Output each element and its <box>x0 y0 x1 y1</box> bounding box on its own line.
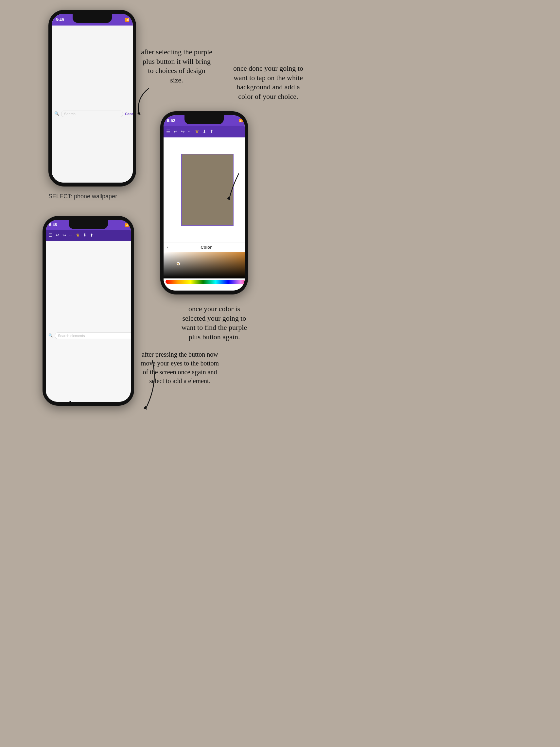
download-icon[interactable]: ⬇ <box>203 129 206 134</box>
page: 6:48 📶 🔋 🔍 Search Cancel + Custom size S… <box>0 0 560 747</box>
svg-marker-17 <box>67 401 71 404</box>
phone3-redo-icon[interactable]: ↪ <box>62 233 66 238</box>
color-close-icon[interactable]: ✕ <box>244 244 245 250</box>
select-label: SELECT: phone wallpaper <box>48 193 117 200</box>
arrow1-svg <box>129 85 159 118</box>
phone2-toolbar: ☰ ↩ ↪ ··· ♛ ⬇ ⬆ <box>164 126 245 137</box>
phone3-frame: 6:48 📶 🔋 ☰ ↩ ↪ ··· ♛ ⬇ ⬆ 🔍 Search elemen… <box>43 216 134 406</box>
svg-marker-0 <box>137 111 141 115</box>
color-picker-dot[interactable] <box>177 262 180 265</box>
phone1-notch <box>73 14 112 23</box>
search-icon: 🔍 <box>54 111 59 116</box>
phone1-status-icons: 📶 🔋 <box>125 18 133 22</box>
phone3-share-icon[interactable]: ⬆ <box>90 233 94 238</box>
battery-icon3: 🔋 <box>130 223 131 227</box>
color-hex-row: #938676 ✏ <box>164 285 245 290</box>
wifi-icon: 📶 <box>125 18 130 22</box>
phone3-status-icons: 📶 🔋 <box>125 223 131 227</box>
battery-icon2: 🔋 <box>244 119 245 122</box>
phone3-search-bar[interactable]: 🔍 Search elements <box>46 241 131 402</box>
wifi-icon3: 📶 <box>125 223 129 227</box>
color-hue-bar[interactable] <box>165 280 245 284</box>
phone3-undo-icon[interactable]: ↩ <box>56 233 59 238</box>
phone1-screen: 6:48 📶 🔋 🔍 Search Cancel + Custom size S… <box>52 14 133 183</box>
phone2-frame: 6:52 📶 🔋 ☰ ↩ ↪ ··· ♛ ⬇ ⬆ ‹ <box>160 111 248 294</box>
phone2-screen: 6:52 📶 🔋 ☰ ↩ ↪ ··· ♛ ⬇ ⬆ ‹ <box>164 115 245 290</box>
undo-icon[interactable]: ↩ <box>174 129 178 134</box>
annotation1: after selecting the purple plus button i… <box>141 47 213 85</box>
phone3-time: 6:48 <box>49 223 57 227</box>
menu-icon[interactable]: ☰ <box>166 129 170 134</box>
wifi-icon2: 📶 <box>239 119 243 122</box>
phone3-crown-icon: ♛ <box>76 233 80 238</box>
phone2-status-icons: 📶 🔋 <box>239 119 245 122</box>
arrow4-svg <box>65 397 105 407</box>
phone2-time: 6:52 <box>167 118 175 123</box>
battery-icon: 🔋 <box>131 18 133 22</box>
annotation3: once your color is selected your going t… <box>177 304 252 342</box>
phone2-color-panel: ‹ Color ✕ #938676 ✏ Solid color Gradient <box>164 242 245 290</box>
phone3-search-input[interactable]: Search elements <box>55 332 131 339</box>
more-icon[interactable]: ··· <box>188 129 192 134</box>
color-gradient-box[interactable] <box>164 252 245 279</box>
phone3-screen: 6:48 📶 🔋 ☰ ↩ ↪ ··· ♛ ⬇ ⬆ 🔍 Search elemen… <box>46 220 131 402</box>
arrow2-svg <box>213 170 245 203</box>
phone1-search-bar[interactable]: 🔍 Search Cancel <box>52 26 133 183</box>
search-icon3: 🔍 <box>48 333 53 338</box>
phone3-more-icon[interactable]: ··· <box>69 233 73 238</box>
phone3-menu-icon[interactable]: ☰ <box>48 233 52 238</box>
redo-icon[interactable]: ↪ <box>181 129 185 134</box>
phone1-search-input[interactable]: Search <box>61 110 123 117</box>
phone3-notch <box>69 220 108 229</box>
color-panel-title: Color <box>168 245 244 250</box>
phone3-download-icon[interactable]: ⬇ <box>83 233 87 238</box>
annotation4: after pressing the button now move your … <box>141 350 219 385</box>
phone1-frame: 6:48 📶 🔋 🔍 Search Cancel + Custom size S… <box>48 10 136 186</box>
phone2-notch <box>185 115 224 124</box>
crown-icon: ♛ <box>195 129 199 134</box>
phone3-toolbar: ☰ ↩ ↪ ··· ♛ ⬇ ⬆ <box>46 230 131 241</box>
color-panel-header: ‹ Color ✕ <box>164 242 245 252</box>
phone1-time: 6:48 <box>56 17 64 22</box>
annotation2: once done your going to want to tap on t… <box>229 64 308 101</box>
share-icon[interactable]: ⬆ <box>210 129 214 134</box>
